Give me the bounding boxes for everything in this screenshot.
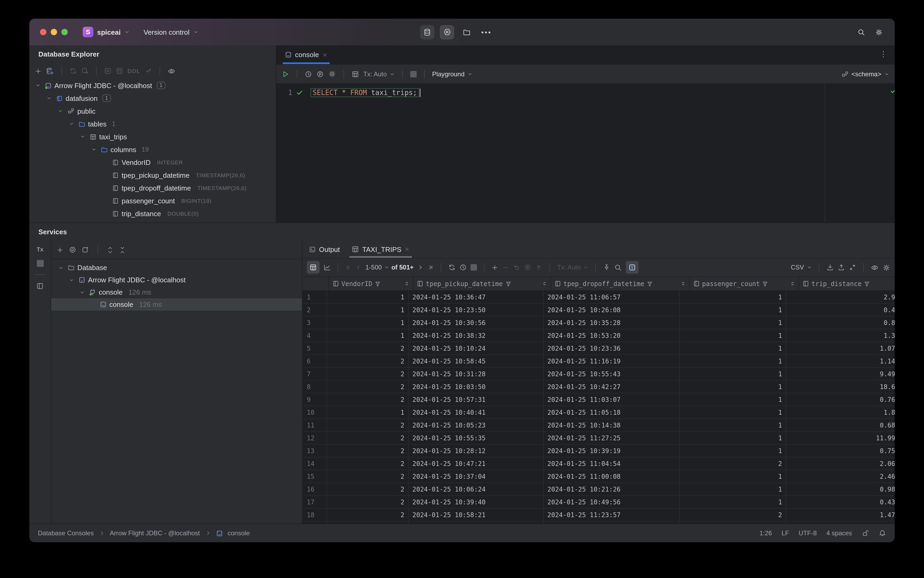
table-cell[interactable]: 0.68	[786, 419, 895, 431]
breadcrumb-item[interactable]: Arrow Flight JDBC - @localhost	[110, 529, 200, 537]
table-cell[interactable]: 1	[327, 317, 409, 329]
tree-item-passenger_count[interactable]: passenger_countBIGINT(19)	[29, 194, 276, 207]
table-cell[interactable]: 0.76	[786, 393, 895, 406]
pin-tab-button[interactable]	[603, 264, 611, 271]
table-cell[interactable]: 2024-01-25 10:39:40	[409, 496, 544, 508]
table-cell[interactable]: 2	[327, 509, 409, 521]
table-cell[interactable]: 2024-01-25 10:38:32	[409, 329, 544, 342]
editor-content[interactable]: 1 SELECT * FROM taxi_trips;	[276, 83, 895, 222]
expand-toggle[interactable]	[34, 83, 42, 88]
refresh-button[interactable]	[69, 67, 77, 75]
schema-select[interactable]: <schema>	[841, 70, 889, 78]
row-number[interactable]: 14	[303, 457, 327, 470]
table-cell[interactable]: 1.47	[786, 509, 895, 521]
table-cell[interactable]: 2	[327, 342, 409, 354]
table-cell[interactable]: 1	[680, 380, 786, 393]
table-cell[interactable]: 2024-01-25 11:05:18	[544, 406, 680, 419]
table-cell[interactable]: 2	[327, 368, 409, 380]
table-cell[interactable]: 2	[327, 457, 409, 470]
add-datasource-button[interactable]	[35, 68, 42, 75]
stop-button[interactable]	[410, 71, 417, 77]
table-cell[interactable]: 1	[680, 419, 786, 431]
row-number[interactable]: 7	[303, 368, 327, 380]
auto-refresh-button[interactable]	[460, 264, 467, 271]
tx-strip-button[interactable]: Tx	[37, 246, 44, 252]
filter-funnel-icon[interactable]	[646, 281, 653, 287]
run-button[interactable]	[282, 70, 289, 78]
table-cell[interactable]: 2024-01-25 11:00:08	[544, 470, 680, 482]
tree-item-trip_distance[interactable]: trip_distanceDOUBLE(0)	[29, 207, 276, 220]
stop-query-button[interactable]	[471, 264, 477, 271]
close-icon[interactable]	[322, 52, 327, 57]
table-cell[interactable]: 2024-01-25 10:58:45	[409, 355, 544, 367]
revert-button[interactable]	[513, 264, 520, 271]
column-header-VendorID[interactable]: VendorID	[329, 277, 413, 290]
prev-page-button[interactable]	[355, 264, 362, 271]
table-cell[interactable]: 2024-01-25 11:04:54	[544, 457, 680, 470]
table-cell[interactable]: 2024-01-25 10:21:26	[544, 483, 680, 495]
table-cell[interactable]: 1.3	[786, 329, 895, 342]
column-header-passenger_count[interactable]: passenger_count	[690, 277, 799, 290]
tree-item-datafusion[interactable]: datafusion1	[29, 92, 276, 105]
table-cell[interactable]: 2	[327, 419, 409, 431]
table-cell[interactable]: 2	[680, 509, 786, 521]
filter-funnel-icon[interactable]	[864, 281, 870, 287]
tab-output[interactable]: Output	[309, 241, 340, 258]
layout-icon[interactable]	[36, 283, 44, 290]
table-cell[interactable]: 2	[327, 393, 409, 406]
row-number[interactable]: 8	[303, 380, 327, 393]
row-number[interactable]: 3	[303, 317, 327, 329]
table-cell[interactable]: 0.75	[786, 445, 895, 457]
expand-all-button[interactable]	[107, 246, 113, 253]
table-cell[interactable]: 1	[680, 445, 786, 457]
table-cell[interactable]: 2	[327, 355, 409, 367]
table-cell[interactable]: 1	[680, 368, 786, 380]
table-cell[interactable]: 1	[327, 291, 409, 303]
more-actions-button[interactable]: •••	[479, 25, 494, 39]
table-cell[interactable]: 2024-01-25 11:16:19	[544, 355, 680, 367]
table-cell[interactable]: 2	[327, 445, 409, 457]
expand-toggle[interactable]	[78, 289, 86, 295]
table-cell[interactable]: 1	[327, 329, 409, 342]
table-cell[interactable]: 1	[680, 329, 786, 342]
tree-item-tables[interactable]: tables1	[29, 117, 276, 130]
tree-item-Arrow Flight JDBC - @localhost[interactable]: Arrow Flight JDBC - @localhost1	[29, 79, 276, 92]
table-cell[interactable]: 2.46	[786, 470, 895, 482]
row-number[interactable]: 12	[303, 432, 327, 444]
table-cell[interactable]: 0.8	[786, 317, 895, 329]
expand-toggle[interactable]	[56, 108, 65, 114]
table-cell[interactable]: 2	[327, 470, 409, 482]
table-cell[interactable]: 2024-01-25 10:35:28	[544, 317, 680, 329]
tree-item-VendorID[interactable]: VendorIDINTEGER	[29, 156, 276, 169]
find-button[interactable]	[614, 263, 622, 271]
table-cell[interactable]: 1	[327, 304, 409, 316]
settings-button[interactable]	[875, 28, 883, 36]
open-project-button[interactable]	[460, 25, 474, 39]
table-cell[interactable]: 2024-01-25 10:40:41	[409, 406, 544, 419]
table-cell[interactable]: 2024-01-25 10:58:21	[409, 509, 544, 521]
open-table-button[interactable]	[116, 67, 123, 75]
grid-settings-button[interactable]	[882, 263, 890, 271]
row-number[interactable]: 18	[303, 509, 327, 521]
encoding[interactable]: UTF-8	[799, 529, 817, 537]
row-number[interactable]: 1	[303, 291, 327, 303]
table-cell[interactable]: 1	[680, 291, 786, 303]
export-button[interactable]	[838, 264, 845, 271]
vcs-widget[interactable]: Version control	[144, 28, 198, 36]
table-cell[interactable]: 1.8	[786, 406, 895, 419]
expand-toggle[interactable]	[78, 134, 87, 139]
open-console-button[interactable]	[82, 246, 89, 253]
expand-toggle[interactable]	[67, 121, 76, 127]
table-cell[interactable]: 2024-01-25 10:55:43	[544, 368, 680, 380]
tree-item-columns[interactable]: columns19	[29, 143, 276, 156]
table-cell[interactable]: 1	[680, 317, 786, 329]
table-cell[interactable]: 1	[680, 304, 786, 316]
submit-button[interactable]	[535, 264, 543, 271]
table-cell[interactable]: 2	[327, 483, 409, 495]
last-page-button[interactable]	[428, 264, 434, 271]
grid-view-button[interactable]	[307, 261, 319, 274]
table-cell[interactable]: 2024-01-25 11:23:57	[544, 509, 680, 521]
table-cell[interactable]: 2024-01-25 10:28:12	[409, 445, 544, 457]
minimize-window-button[interactable]	[51, 29, 57, 35]
table-view-icon[interactable]	[352, 70, 359, 78]
